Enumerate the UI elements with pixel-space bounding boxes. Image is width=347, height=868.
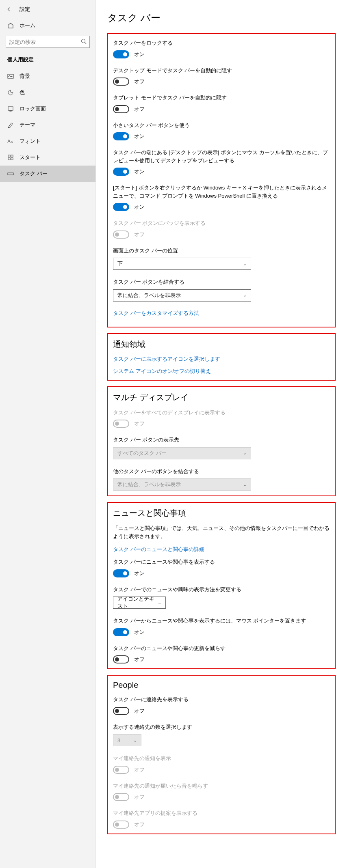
powershell-label: [スタート] ボタンを右クリックするか Windows キー + X キーを押し…	[113, 184, 330, 200]
page-title: タスク バー	[107, 11, 336, 24]
news-hover-toggle[interactable]	[113, 628, 129, 636]
peek-label: タスク バーの端にある [デスクトップの表示] ボタンにマウス カーソルを置いた…	[113, 149, 330, 164]
news-display-select[interactable]: アイコンとテキスト⌄	[113, 597, 166, 609]
notification-icons-link[interactable]: タスク バーに表示するアイコンを選択します	[113, 355, 330, 363]
sidebar-item-themes[interactable]: テーマ	[0, 117, 95, 133]
chevron-down-icon: ⌄	[243, 261, 247, 267]
autohide-desktop-value: オフ	[134, 78, 145, 85]
badges-toggle	[113, 230, 129, 239]
svg-text:A: A	[11, 140, 13, 144]
badges-label: タスク バー ボタンにバッジを表示する	[113, 219, 330, 227]
home-link[interactable]: ホーム	[0, 18, 95, 33]
other-combine-value: 常に結合、ラベルを非表示	[117, 481, 181, 488]
combine-label: タスク バー ボタンを結合する	[113, 278, 330, 286]
multi-display-section: マルチ ディスプレイ タスク バーをすべてのディスプレイに表示する オフ タスク…	[107, 386, 336, 497]
autohide-desktop-toggle[interactable]	[113, 78, 129, 86]
people-heading: People	[113, 681, 330, 690]
combine-value: 常に結合、ラベルを非表示	[117, 292, 181, 299]
system-icons-link[interactable]: システム アイコンのオン/オフの切り替え	[113, 368, 330, 375]
multi-showall-toggle	[113, 420, 129, 428]
sidebar-item-label: ロック画面	[20, 105, 46, 112]
lock-toggle[interactable]	[113, 50, 129, 58]
themes-icon	[7, 122, 14, 128]
chevron-down-icon: ⌄	[158, 600, 161, 605]
news-reduce-toggle[interactable]	[113, 655, 129, 663]
sidebar-item-background[interactable]: 背景	[0, 68, 95, 84]
taskbar-section: タスク バーをロックする オン デスクトップ モードでタスク バーを自動的に隠す…	[107, 33, 336, 327]
news-detail-link[interactable]: タスク バーのニュースと関心事の詳細	[113, 546, 330, 553]
multi-showall-label: タスク バーをすべてのディスプレイに表示する	[113, 409, 330, 417]
lockscreen-icon	[7, 106, 14, 112]
my-notif-toggle	[113, 766, 129, 774]
chevron-down-icon: ⌄	[243, 482, 247, 487]
position-select[interactable]: 下⌄	[113, 258, 251, 270]
back-arrow-icon	[7, 6, 11, 12]
sidebar-item-colors[interactable]: 色	[0, 84, 95, 101]
search-icon	[81, 39, 87, 44]
svg-rect-3	[8, 107, 13, 110]
svg-point-0	[82, 39, 85, 43]
my-suggest-value: オフ	[134, 821, 145, 828]
sidebar-item-label: フォント	[20, 138, 41, 145]
autohide-tablet-toggle[interactable]	[113, 105, 129, 113]
multi-heading: マルチ ディスプレイ	[113, 392, 330, 403]
powershell-toggle[interactable]	[113, 203, 129, 211]
customize-link[interactable]: タスク バーをカスタマイズする方法	[113, 310, 330, 317]
search-input[interactable]	[6, 36, 90, 48]
autohide-desktop-label: デスクトップ モードでタスク バーを自動的に隠す	[113, 67, 330, 75]
sidebar-item-start[interactable]: スタート	[0, 149, 95, 166]
my-sound-label: マイ連絡先の通知が届いたら音を鳴らす	[113, 782, 330, 790]
svg-line-1	[85, 43, 87, 44]
combine-select[interactable]: 常に結合、ラベルを非表示⌄	[113, 289, 251, 302]
fonts-icon: AA	[7, 138, 14, 144]
window-title: 設定	[20, 6, 30, 13]
svg-rect-7	[8, 155, 10, 157]
start-icon	[7, 154, 14, 161]
home-label: ホーム	[20, 22, 35, 29]
sidebar-item-label: 色	[20, 89, 25, 96]
button-dest-select: すべてのタスク バー⌄	[113, 447, 251, 459]
sidebar-item-lockscreen[interactable]: ロック画面	[0, 101, 95, 117]
people-count-label: 表示する連絡先の数を選択します	[113, 723, 330, 731]
people-section: People タスク バーに連絡先を表示する オフ 表示する連絡先の数を選択しま…	[107, 675, 336, 834]
lock-value: オン	[134, 51, 145, 58]
svg-rect-4	[10, 110, 11, 111]
button-dest-label: タスク バー ボタンの表示先	[113, 436, 330, 444]
peek-value: オン	[134, 168, 145, 175]
notification-section: 通知領域 タスク バーに表示するアイコンを選択します システム アイコンのオン/…	[107, 333, 336, 381]
news-show-toggle[interactable]	[113, 569, 129, 577]
small-buttons-label: 小さいタスク バー ボタンを使う	[113, 121, 330, 129]
sidebar-item-label: スタート	[20, 154, 41, 161]
section-heading: 個人用設定	[0, 56, 95, 68]
people-contacts-value: オフ	[134, 707, 145, 715]
news-display-value: アイコンとテキスト	[117, 595, 158, 610]
news-reduce-label: タスク バーのニュースや関心事の更新を減らす	[113, 644, 330, 653]
news-show-value: オン	[134, 570, 145, 577]
powershell-value: オン	[134, 203, 145, 211]
colors-icon	[7, 89, 14, 96]
people-count-select: 3⌄	[113, 734, 141, 746]
my-notif-value: オフ	[134, 766, 145, 773]
taskbar-icon	[7, 170, 14, 177]
people-contacts-toggle[interactable]	[113, 707, 129, 715]
news-section: ニュースと関心事項 「ニュースと関心事項」では、天気、ニュース、その他の情報をタ…	[107, 502, 336, 669]
sidebar-item-label: 背景	[20, 73, 30, 80]
svg-rect-10	[11, 158, 13, 160]
people-count-value: 3	[117, 737, 120, 743]
notification-heading: 通知領域	[113, 339, 330, 350]
small-buttons-toggle[interactable]	[113, 132, 129, 140]
position-value: 下	[117, 260, 123, 267]
news-heading: ニュースと関心事項	[113, 508, 330, 519]
main-content: タスク バー タスク バーをロックする オン デスクトップ モードでタスク バー…	[96, 0, 347, 868]
chevron-down-icon: ⌄	[243, 450, 247, 456]
peek-toggle[interactable]	[113, 168, 129, 176]
sidebar-item-taskbar[interactable]: タスク バー	[0, 166, 95, 182]
back-button[interactable]	[7, 7, 11, 12]
lock-label: タスク バーをロックする	[113, 39, 330, 47]
chevron-down-icon: ⌄	[243, 293, 247, 298]
button-dest-value: すべてのタスク バー	[117, 450, 167, 457]
multi-showall-value: オフ	[134, 420, 145, 427]
sidebar: 設定 ホーム 個人用設定 背景 色 ロック画面 テーマ AA フォン	[0, 0, 96, 868]
sidebar-item-fonts[interactable]: AA フォント	[0, 133, 95, 149]
position-label: 画面上のタスク バーの位置	[113, 247, 330, 255]
